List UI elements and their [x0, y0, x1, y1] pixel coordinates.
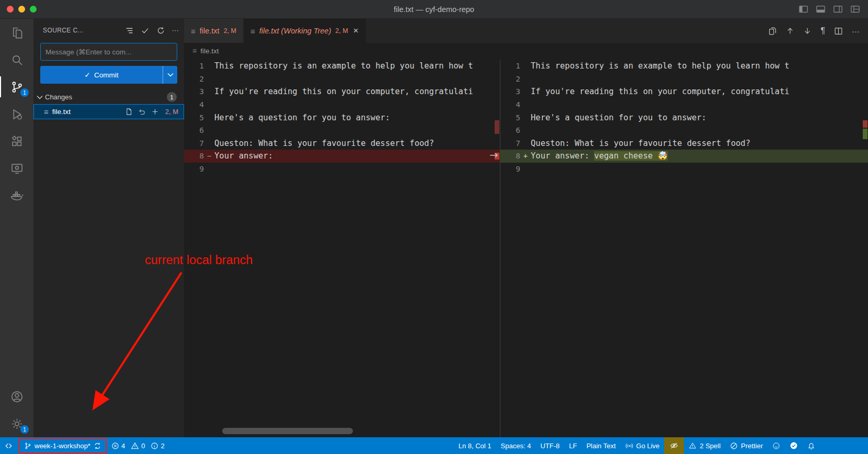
- commit-button[interactable]: ✓ Commit: [40, 66, 177, 84]
- diff-original-pane[interactable]: 1This repository is an example to help y…: [184, 60, 500, 437]
- changed-file-row[interactable]: ≡ file.txt 2, M: [33, 104, 184, 119]
- commit-message-input[interactable]: [40, 43, 177, 61]
- code-line-context[interactable]: 5Here's a question for you to answer:: [500, 111, 868, 124]
- changes-section-header[interactable]: Changes 1: [33, 90, 184, 104]
- run-debug-icon[interactable]: [0, 100, 33, 128]
- activity-bar: 1 1: [0, 19, 33, 437]
- overview-mark: [495, 120, 499, 134]
- close-window-button[interactable]: [7, 6, 14, 13]
- feedback-item[interactable]: [768, 437, 785, 454]
- code-line-context[interactable]: 3If you're reading this on your computer…: [500, 85, 868, 98]
- eye-off-icon: [670, 441, 678, 450]
- highlight-toggle-item[interactable]: [664, 437, 684, 454]
- line-number: 7: [500, 139, 520, 147]
- breadcrumb[interactable]: ≡ file.txt: [184, 43, 868, 59]
- code-line-context[interactable]: 4: [500, 98, 868, 111]
- notifications-item[interactable]: [803, 437, 820, 454]
- code-text: If you're reading this on your computer,…: [531, 87, 790, 96]
- code-line-context[interactable]: 2: [184, 73, 500, 86]
- revert-change-arrow-icon[interactable]: →: [489, 149, 498, 161]
- remote-explorer-icon[interactable]: [0, 155, 33, 182]
- more-actions-icon[interactable]: ···: [852, 27, 860, 36]
- accounts-icon[interactable]: [0, 383, 33, 410]
- minimize-window-button[interactable]: [18, 6, 25, 13]
- view-and-sort-icon[interactable]: [125, 26, 134, 35]
- diff-modified-pane[interactable]: 1This repository is an example to help y…: [500, 60, 868, 437]
- close-tab-icon[interactable]: ×: [352, 26, 360, 36]
- status-check-item[interactable]: [785, 437, 803, 454]
- status-bar: week-1-workshop* 4 0 2 Ln 8, Col 1 Space…: [0, 437, 868, 454]
- tab-label: file.txt (Working Tree): [259, 27, 332, 35]
- cursor-position-item[interactable]: Ln 8, Col 1: [454, 437, 496, 454]
- code-line-added[interactable]: 8+Your answer: vegan cheese 🤯: [500, 150, 868, 163]
- code-line-context[interactable]: 9: [500, 163, 868, 176]
- refresh-icon[interactable]: [156, 26, 165, 35]
- line-content: Your answer: vegan cheese 🤯: [531, 151, 868, 161]
- sync-changes-icon[interactable]: [94, 442, 101, 450]
- toggle-panel-icon[interactable]: [816, 5, 825, 13]
- code-line-context[interactable]: 2: [500, 73, 868, 86]
- stage-changes-icon[interactable]: [151, 108, 159, 116]
- right-overview-ruler[interactable]: [859, 60, 868, 437]
- code-line-context[interactable]: 1This repository is an example to help y…: [500, 60, 868, 73]
- maximize-window-button[interactable]: [30, 6, 37, 13]
- next-change-icon[interactable]: [803, 27, 812, 35]
- spell-checker-item[interactable]: 2 Spell: [684, 437, 725, 454]
- code-line-context[interactable]: 5Here's a question for you to answer:: [184, 111, 500, 124]
- line-number: 7: [184, 139, 204, 147]
- overview-mark: [863, 129, 867, 139]
- line-number: 8: [184, 152, 204, 160]
- settings-gear-icon[interactable]: 1: [0, 410, 33, 437]
- more-actions-icon[interactable]: ···: [172, 26, 179, 35]
- encoding-item[interactable]: UTF-8: [535, 437, 564, 454]
- file-problems-decoration: 2, M: [165, 108, 178, 116]
- prettier-item[interactable]: Prettier: [725, 437, 768, 454]
- language-mode-item[interactable]: Plain Text: [581, 437, 620, 454]
- code-line-context[interactable]: 6: [500, 124, 868, 137]
- previous-change-icon[interactable]: [786, 27, 794, 35]
- diff-editor: 1This repository is an example to help y…: [184, 59, 868, 437]
- search-icon[interactable]: [0, 46, 33, 73]
- open-changes-icon[interactable]: [768, 27, 777, 36]
- eol-item[interactable]: LF: [564, 437, 581, 454]
- commit-dropdown-button[interactable]: [163, 66, 177, 84]
- branch-status-item[interactable]: week-1-workshop*: [21, 442, 104, 450]
- code-line-context[interactable]: 4: [184, 98, 500, 111]
- docker-icon[interactable]: [0, 182, 33, 209]
- line-number: 5: [184, 114, 204, 122]
- tab-file-txt[interactable]: ≡ file.txt 2, M: [184, 19, 244, 43]
- horizontal-scrollbar[interactable]: [222, 428, 353, 434]
- code-line-context[interactable]: 7Queston: What is your favourite dessert…: [184, 137, 500, 150]
- left-overview-ruler[interactable]: [491, 60, 500, 437]
- whitespace-toggle-icon[interactable]: ¶: [820, 26, 825, 36]
- problems-status-item[interactable]: 4 0 2: [107, 437, 173, 454]
- code-line-removed[interactable]: 8−Your answer:: [184, 150, 500, 163]
- code-line-context[interactable]: 3If you're reading this on your computer…: [184, 85, 500, 98]
- code-line-context[interactable]: 9: [184, 163, 500, 176]
- split-editor-icon[interactable]: [834, 27, 843, 36]
- line-number: 1: [500, 62, 520, 70]
- tab-file-txt-working-tree[interactable]: ≡ file.txt (Working Tree) 2, M ×: [244, 19, 367, 43]
- commit-button-label: Commit: [94, 71, 119, 79]
- toggle-secondary-sidebar-icon[interactable]: [833, 5, 842, 13]
- indentation-item[interactable]: Spaces: 4: [496, 437, 536, 454]
- open-file-icon[interactable]: [125, 108, 133, 116]
- customize-layout-icon[interactable]: [851, 5, 860, 13]
- changed-file-name: file.txt: [52, 108, 71, 116]
- remote-indicator[interactable]: [0, 437, 17, 454]
- code-line-context[interactable]: 1This repository is an example to help y…: [184, 60, 500, 73]
- source-control-icon[interactable]: 1: [0, 73, 33, 100]
- code-line-context[interactable]: 6: [184, 124, 500, 137]
- diff-change-marker: −: [204, 152, 214, 160]
- tab-label: file.txt: [200, 27, 220, 35]
- code-line-context[interactable]: 7Queston: What is your favourite dessert…: [500, 137, 868, 150]
- extensions-icon[interactable]: [0, 128, 33, 155]
- explorer-icon[interactable]: [0, 19, 33, 46]
- code-text: If you're reading this on your computer,…: [214, 87, 473, 96]
- toggle-sidebar-icon[interactable]: [799, 5, 808, 13]
- warning-count: 0: [141, 442, 145, 450]
- go-live-item[interactable]: Go Live: [621, 437, 665, 454]
- commit-check-icon[interactable]: [141, 26, 150, 35]
- line-content: If you're reading this on your computer,…: [214, 87, 500, 96]
- discard-changes-icon[interactable]: [138, 108, 146, 116]
